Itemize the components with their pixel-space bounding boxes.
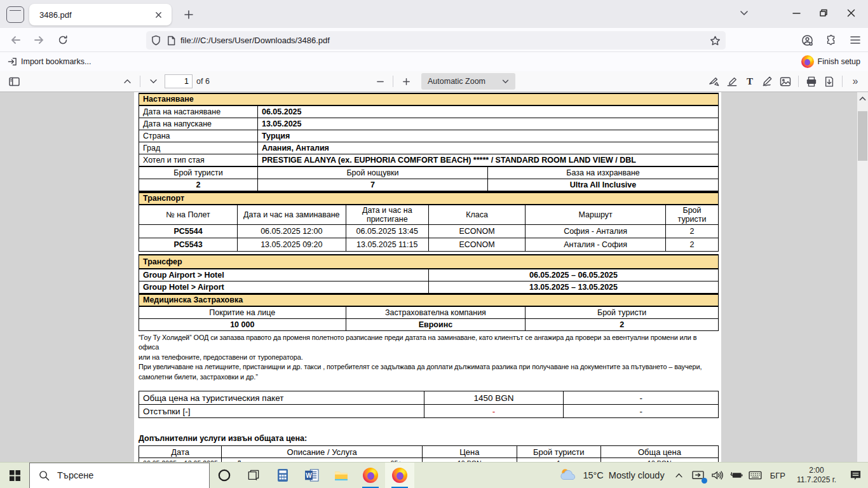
table-row: Обща цена на туристическия пакет 1450 BG… <box>139 391 719 405</box>
previous-page-icon[interactable] <box>118 73 136 90</box>
firefox-window-button[interactable] <box>356 463 385 488</box>
additional-services-title: Допълнителни услуги извън общата цена: <box>139 434 719 443</box>
zoom-out-icon[interactable] <box>371 73 389 90</box>
pdf-page: Настаняване Дата на настаняване06.05.202… <box>134 92 721 462</box>
zoom-in-icon[interactable] <box>397 73 415 90</box>
browser-navbar: file:///C:/Users/User/Downloads/3486.pdf <box>0 28 868 52</box>
transfer-table: Group Airport > Hotel06.05.2025 – 06.05.… <box>139 269 719 294</box>
firefox-active-window-button[interactable] <box>385 463 414 488</box>
weather-temp: 15°C <box>583 470 603 480</box>
sidebar-toggle-icon[interactable] <box>5 73 23 90</box>
image-tool-icon[interactable] <box>776 73 794 90</box>
signature-tool-icon[interactable] <box>705 73 723 90</box>
finish-setup-button[interactable]: Finish setup <box>801 55 860 68</box>
task-view-button[interactable] <box>239 463 268 488</box>
zoom-select[interactable]: Automatic Zoom <box>421 73 515 90</box>
page-icon[interactable] <box>167 36 175 46</box>
scroll-up-icon[interactable] <box>859 96 866 101</box>
vertical-scrollbar[interactable] <box>857 92 868 462</box>
download-icon[interactable] <box>820 73 838 90</box>
table-row: Group Airport > Hotel06.05.2025 – 06.05.… <box>139 269 719 281</box>
hidden-icons-chevron[interactable] <box>670 463 689 488</box>
highlight-tool-icon[interactable] <box>723 73 741 90</box>
next-page-icon[interactable] <box>144 73 162 90</box>
chevron-down-icon <box>502 79 509 84</box>
browser-tab[interactable]: 3486.pdf <box>29 4 172 25</box>
window-titlebar: 3486.pdf <box>0 0 868 28</box>
clock-date: 11.7.2025 г. <box>797 475 836 485</box>
file-explorer-icon <box>334 470 348 481</box>
cortana-button[interactable] <box>210 463 239 488</box>
bookmarks-bar: Import bookmarks... Finish setup <box>0 52 868 71</box>
weather-icon <box>559 468 578 483</box>
table-row: 2 7 Ultra All Inclusive <box>139 179 719 191</box>
import-bookmarks-label: Import bookmarks... <box>21 57 91 66</box>
table-row: PC5544 06.05.2025 12:00 06.05.2025 13:45… <box>139 224 719 238</box>
page-number-input[interactable] <box>165 74 193 88</box>
pdf-viewer: Настаняване Дата на настаняване06.05.202… <box>0 92 868 462</box>
hamburger-menu-icon[interactable] <box>845 31 865 49</box>
shield-icon[interactable] <box>151 35 161 46</box>
zoom-select-label: Automatic Zoom <box>428 77 485 86</box>
firefox-icon <box>363 468 378 483</box>
tab-close-icon[interactable] <box>151 8 165 22</box>
new-tab-button[interactable] <box>180 7 197 22</box>
draw-tool-icon[interactable] <box>759 73 776 90</box>
firefox-logo-icon <box>801 55 814 68</box>
windows-logo-icon <box>10 470 20 481</box>
close-window-button[interactable] <box>837 0 864 25</box>
taskbar-clock[interactable]: 2:00 11.7.2025 г. <box>790 466 843 485</box>
tab-manager-icon[interactable] <box>6 6 24 23</box>
touch-keyboard-icon[interactable] <box>746 463 765 488</box>
calculator-app-button[interactable] <box>268 463 297 488</box>
word-icon: W <box>305 469 319 482</box>
table-row: ГрадАлания, Анталия <box>139 142 719 154</box>
action-center-icon[interactable] <box>843 463 868 488</box>
text-tool-icon[interactable]: T <box>741 73 759 90</box>
forward-icon[interactable] <box>29 31 48 49</box>
search-placeholder: Търсене <box>57 470 93 480</box>
scrollbar-thumb[interactable] <box>858 111 867 161</box>
import-bookmarks-button[interactable]: Import bookmarks... <box>8 57 91 66</box>
more-tools-icon[interactable]: » <box>846 73 864 90</box>
back-icon[interactable] <box>6 31 25 49</box>
file-explorer-button[interactable] <box>327 463 356 488</box>
table-row: 10 000 Евроинс 2 <box>139 318 719 330</box>
table-row: Отстъпки [-] - - <box>139 405 719 418</box>
firefox-icon <box>392 468 407 483</box>
word-app-button[interactable]: W <box>297 463 327 488</box>
battery-icon[interactable] <box>727 463 746 488</box>
section-accommodation-title: Настаняване <box>139 93 719 105</box>
page-count-label: of 6 <box>196 77 210 86</box>
taskbar-search-box[interactable]: Търсене <box>29 463 210 488</box>
section-transport-title: Транспорт <box>139 192 719 205</box>
section-transfer-title: Трансфер <box>139 254 719 269</box>
table-row: Group Hotel > Airport13.05.2025 – 13.05.… <box>139 281 719 293</box>
minimize-button[interactable] <box>783 0 810 25</box>
transport-table: № на Полет Дата и час на заминаване Дата… <box>139 205 719 252</box>
tab-title: 3486.pdf <box>39 10 151 20</box>
table-row: PC5543 13.05.2025 09:20 13.05.2025 11:15… <box>139 238 719 251</box>
list-tabs-chevron-icon[interactable] <box>731 0 757 25</box>
cortana-icon <box>218 469 231 482</box>
accommodation-summary-table: Брой туристи Брой нощувки База на изхран… <box>139 166 719 192</box>
table-row: № на Полет Дата и час на заминаване Дата… <box>139 205 719 224</box>
extensions-puzzle-icon[interactable] <box>821 31 841 49</box>
language-indicator[interactable]: БГР <box>765 471 790 480</box>
reload-icon[interactable] <box>53 31 72 49</box>
account-icon[interactable] <box>797 31 817 49</box>
start-button[interactable] <box>0 463 29 488</box>
print-icon[interactable] <box>803 73 820 90</box>
clock-time: 2:00 <box>797 466 836 475</box>
insurance-table: Покритие на лице Застрахователна компани… <box>139 306 719 331</box>
volume-icon[interactable] <box>708 463 727 488</box>
url-bar[interactable]: file:///C:/Users/User/Downloads/3486.pdf <box>146 31 726 50</box>
restore-button[interactable] <box>810 0 836 25</box>
table-row: Дата Описание / Услуга Цена Брой туристи… <box>139 446 719 458</box>
bookmark-star-icon[interactable] <box>710 36 721 46</box>
table-row: Дата на настаняване06.05.2025 <box>139 106 719 118</box>
url-text[interactable]: file:///C:/Users/User/Downloads/3486.pdf <box>180 36 710 45</box>
pdf-toolbar: of 6 Automatic Zoom T <box>0 71 868 92</box>
project-display-icon[interactable] <box>689 463 708 488</box>
weather-widget[interactable]: 15°C Mostly cloudy <box>553 468 669 483</box>
